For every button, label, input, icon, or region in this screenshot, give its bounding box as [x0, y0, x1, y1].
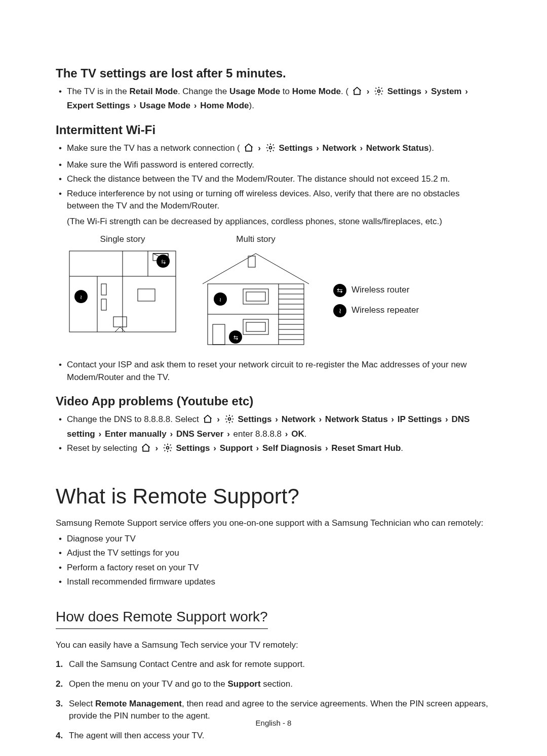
svg-text:⇆: ⇆ [161, 259, 166, 265]
home-icon [141, 443, 151, 457]
heading-wifi: Intermittent Wi-Fi [56, 121, 491, 139]
list-wifi: Make sure the TV has a network connectio… [56, 142, 491, 228]
steps-how: Call the Samsung Contact Centre and ask … [56, 658, 491, 742]
house-icon: ≀ ⇆ [192, 248, 319, 350]
list-item: Perform a factory reset on your TV [56, 562, 491, 574]
remote-intro: Samsung Remote Support service offers yo… [56, 517, 491, 530]
list-tv-settings: The TV is in the Retail Mode. Change the… [56, 86, 491, 112]
diagram-row: Single story ⇆ ≀ Multi story [67, 233, 491, 354]
list-item: Reduce interference by not using or turn… [56, 188, 491, 228]
list-remote: Diagnose your TV Adjust the TV settings … [56, 533, 491, 589]
legend-router: ⇆ Wireless router [333, 284, 419, 297]
list-item: The TV is in the Retail Mode. Change the… [56, 86, 491, 112]
page-content: The TV settings are lost after 5 minutes… [0, 0, 547, 756]
step-item: The agent will then access your TV. [56, 730, 491, 742]
svg-rect-18 [248, 256, 255, 267]
heading-video: Video App problems (Youtube etc) [56, 393, 491, 410]
gear-icon [265, 143, 276, 157]
list-item: Check the distance between the TV and th… [56, 173, 491, 186]
heading-tv-settings: The TV settings are lost after 5 minutes… [56, 65, 491, 82]
gear-icon [374, 86, 384, 100]
svg-rect-30 [213, 324, 225, 345]
caption-multi: Multi story [192, 233, 319, 246]
list-item: Adjust the TV settings for you [56, 547, 491, 560]
svg-text:≀: ≀ [219, 297, 221, 303]
svg-text:⇆: ⇆ [233, 334, 238, 341]
list-item: Change the DNS to 8.8.8.8. Select › Sett… [56, 413, 491, 440]
step-item: Call the Samsung Contact Centre and ask … [56, 658, 491, 671]
step-item: Open the menu on your TV and go to the S… [56, 678, 491, 691]
gear-icon [163, 443, 173, 457]
list-item: Reset by selecting › Settings › Support … [56, 442, 491, 457]
home-icon [352, 86, 362, 100]
diagram-legend: ⇆ Wireless router ≀ Wireless repeater [333, 284, 419, 317]
diagram-multi-story: Multi story [192, 233, 319, 354]
home-icon [244, 143, 254, 157]
svg-point-1 [269, 146, 271, 149]
how-intro: You can easily have a Samsung Tech servi… [56, 639, 491, 652]
list-item: Contact your ISP and ask them to reset y… [56, 359, 491, 384]
svg-rect-31 [243, 289, 268, 304]
svg-rect-34 [246, 322, 265, 331]
page-footer: English - 8 [0, 718, 547, 729]
caption-single: Single story [67, 233, 178, 246]
svg-rect-13 [101, 284, 106, 295]
list-item: Make sure the TV has a network connectio… [56, 142, 491, 157]
heading-remote-support: What is Remote Support? [56, 481, 491, 512]
heading-how: How does Remote Support work? [56, 607, 268, 629]
list-item: Install recommended firmware updates [56, 576, 491, 589]
svg-rect-33 [243, 319, 268, 334]
svg-rect-15 [113, 317, 127, 327]
svg-rect-32 [246, 292, 265, 301]
gear-icon [224, 414, 235, 428]
svg-text:≀: ≀ [80, 294, 82, 300]
list-wifi-cont: Contact your ISP and ask them to reset y… [56, 359, 491, 384]
svg-rect-14 [101, 299, 106, 310]
svg-rect-7 [138, 289, 155, 301]
svg-point-40 [166, 447, 169, 449]
wifi-note: (The Wi-Fi strength can be decreased by … [67, 216, 491, 228]
router-icon: ⇆ [333, 284, 346, 297]
legend-repeater: ≀ Wireless repeater [333, 304, 419, 317]
list-video: Change the DNS to 8.8.8.8. Select › Sett… [56, 413, 491, 457]
svg-point-0 [378, 90, 380, 92]
floorplan-icon: ⇆ ≀ [67, 248, 178, 334]
home-icon [203, 414, 213, 428]
svg-point-39 [228, 418, 230, 421]
repeater-icon: ≀ [333, 304, 346, 317]
list-item: Make sure the Wifi password is entered c… [56, 159, 491, 172]
list-item: Diagnose your TV [56, 533, 491, 545]
diagram-single-story: Single story ⇆ ≀ [67, 233, 178, 339]
